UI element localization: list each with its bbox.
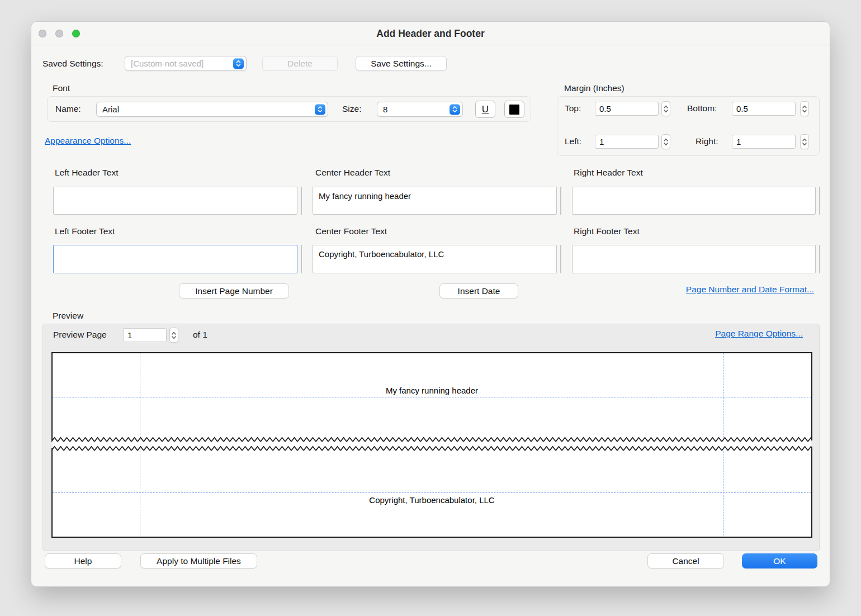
chevron-updown-icon [450,104,460,115]
margin-top-input[interactable] [595,102,659,116]
preview-page-footer-region: Copyright, Turboencabulator, LLC [51,448,812,538]
chevron-updown-icon [315,104,325,115]
close-button[interactable] [39,30,46,37]
saved-settings-select[interactable]: [Custom-not saved] [125,56,247,71]
left-margin-guide-line [140,448,140,536]
help-button[interactable]: Help [45,553,121,568]
margin-right-label: Right: [696,136,718,146]
margin-right-stepper[interactable] [800,134,809,149]
left-header-label: Left Header Text [55,168,118,178]
save-settings-button[interactable]: Save Settings... [356,56,447,71]
preview-page-stepper[interactable] [169,328,178,343]
margin-bottom-label: Bottom: [687,103,717,113]
insert-date-button[interactable]: Insert Date [439,283,518,298]
textarea-scrollbar[interactable] [819,187,820,215]
underline-button[interactable]: U [475,101,495,118]
center-footer-textarea[interactable]: Copyright, Turboencabulator, LLC [313,245,557,273]
left-footer-textarea[interactable] [53,245,297,273]
center-footer-label: Center Footer Text [315,226,387,236]
right-margin-guide-line [723,448,723,536]
preview-page-input[interactable] [123,328,167,342]
margin-bottom-input[interactable] [732,102,796,116]
add-header-footer-dialog: Add Header and Footer Saved Settings: [C… [31,21,830,587]
textarea-scrollbar[interactable] [560,245,561,273]
preview-page: My fancy running header Copyright, Turbo… [51,352,812,538]
cancel-button[interactable]: Cancel [647,553,724,568]
textarea-scrollbar[interactable] [560,187,561,215]
zoom-button[interactable] [72,30,80,37]
apply-to-multiple-files-button[interactable]: Apply to Multiple Files [140,553,257,568]
saved-settings-value: [Custom-not saved] [131,59,204,68]
center-header-textarea[interactable]: My fancy running header [313,187,557,215]
color-swatch-icon [509,105,519,115]
margin-group-label: Margin (Inches) [564,83,625,93]
page-number-date-format-link[interactable]: Page Number and Date Format... [686,285,814,295]
textarea-scrollbar[interactable] [819,245,820,273]
margin-top-stepper[interactable] [661,101,670,116]
font-name-value: Arial [102,105,119,114]
right-footer-textarea[interactable] [572,245,816,273]
preview-footer-text: Copyright, Turboencabulator, LLC [53,495,811,505]
left-footer-label: Left Footer Text [55,226,115,236]
torn-edge-bottom-icon [51,446,812,452]
textarea-scrollbar[interactable] [301,187,302,215]
font-size-label: Size: [342,104,361,114]
margin-left-stepper[interactable] [661,134,670,149]
margin-left-input[interactable] [595,135,659,149]
font-group-label: Font [53,83,70,93]
preview-group-label: Preview [53,311,83,321]
font-group-box: Name: Arial Size: 8 U [47,96,531,122]
margin-bottom-stepper[interactable] [800,101,809,116]
delete-button[interactable]: Delete [262,56,338,71]
torn-edge-top-icon [51,437,812,443]
margin-group-box: Top: Bottom: Left: Right: [557,96,820,156]
minimize-button[interactable] [55,30,63,37]
underline-u-icon: U [482,104,489,115]
font-size-value: 8 [383,105,387,114]
font-color-button[interactable] [504,101,524,118]
dialog-title: Add Header and Footer [31,22,830,45]
right-header-label: Right Header Text [574,168,643,178]
preview-page-header-region: My fancy running header [51,352,812,440]
chevron-updown-icon [233,58,244,69]
margin-left-label: Left: [565,136,581,146]
font-name-label: Name: [55,104,81,114]
appearance-options-link[interactable]: Appearance Options... [45,136,131,146]
margin-right-input[interactable] [732,135,796,149]
preview-page-label: Preview Page [53,330,107,340]
right-footer-label: Right Footer Text [574,226,640,236]
saved-settings-label: Saved Settings: [42,59,103,69]
preview-page-count: of 1 [193,330,207,340]
ok-button[interactable]: OK [742,553,817,568]
margin-top-label: Top: [565,103,581,113]
insert-page-number-button[interactable]: Insert Page Number [179,283,289,298]
center-header-label: Center Header Text [315,168,390,178]
font-name-select[interactable]: Arial [96,102,328,117]
right-header-textarea[interactable] [572,187,816,215]
page-range-options-link[interactable]: Page Range Options... [715,329,803,339]
preview-header-text: My fancy running header [53,386,811,395]
header-margin-guide-line [53,397,811,397]
font-size-select[interactable]: 8 [377,102,463,117]
footer-margin-guide-line [53,492,811,493]
left-header-textarea[interactable] [53,187,297,215]
title-bar: Add Header and Footer [31,22,830,45]
preview-panel: Preview Page of 1 Page Range Options... … [42,324,820,551]
textarea-scrollbar[interactable] [301,245,302,273]
